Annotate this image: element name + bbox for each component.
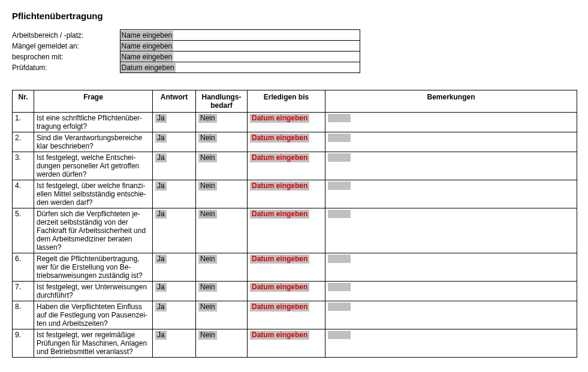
- remark-placeholder[interactable]: [328, 210, 351, 218]
- row-answer-cell: Ja: [153, 301, 196, 329]
- row-action-cell: Nein: [196, 329, 248, 358]
- table-row: 6.Regelt die Pflichtenübertragung, wer f…: [13, 253, 577, 282]
- deadline-placeholder[interactable]: Datum eingeben: [250, 210, 309, 219]
- meta-input-cell[interactable]: Name eingeben: [120, 30, 360, 41]
- row-deadline-cell: Datum eingeben: [248, 253, 325, 282]
- row-deadline-cell: Datum eingeben: [248, 152, 325, 180]
- row-number: 5.: [13, 208, 34, 253]
- answer-no[interactable]: Nein: [198, 182, 217, 190]
- answer-no[interactable]: Nein: [198, 255, 217, 264]
- remark-placeholder[interactable]: [328, 303, 351, 311]
- header-bemerkungen: Bemerkungen: [325, 90, 577, 113]
- row-deadline-cell: Datum eingeben: [248, 113, 325, 132]
- row-action-cell: Nein: [196, 113, 248, 132]
- row-answer-cell: Ja: [153, 132, 196, 152]
- meta-row: besprochen mit:Name eingeben: [12, 52, 360, 62]
- page-title: Pflichtenübertragung: [12, 11, 576, 21]
- answer-yes[interactable]: Ja: [155, 182, 167, 190]
- row-answer-cell: Ja: [153, 180, 196, 208]
- row-number: 3.: [13, 152, 34, 180]
- row-deadline-cell: Datum eingeben: [248, 329, 325, 358]
- row-action-cell: Nein: [196, 282, 248, 301]
- remark-placeholder[interactable]: [328, 114, 351, 122]
- answer-no[interactable]: Nein: [198, 153, 217, 162]
- meta-label: Arbeitsbereich / -platz:: [12, 30, 120, 41]
- row-question: Regelt die Pflichtenübertragung, wer für…: [34, 253, 153, 282]
- meta-label: Prüfdatum:: [12, 62, 120, 73]
- remark-placeholder[interactable]: [328, 283, 351, 291]
- meta-placeholder[interactable]: Name eingeben: [120, 52, 174, 62]
- answer-no[interactable]: Nein: [198, 114, 217, 123]
- row-question: Dürfen sich die Verpflichteten je­derzei…: [34, 208, 153, 253]
- meta-input-cell[interactable]: Datum eingeben: [120, 62, 360, 73]
- meta-placeholder[interactable]: Name eingeben: [120, 41, 174, 51]
- meta-label: besprochen mit:: [12, 52, 120, 62]
- deadline-placeholder[interactable]: Datum eingeben: [250, 303, 309, 311]
- meta-placeholder[interactable]: Datum eingeben: [120, 63, 176, 72]
- row-number: 1.: [13, 113, 34, 132]
- table-row: 7.Ist festgelegt, wer Unterweisungen dur…: [13, 282, 577, 301]
- table-row: 2.Sind die Verantwortungsbereiche klar b…: [13, 132, 577, 152]
- remark-placeholder[interactable]: [328, 182, 351, 190]
- answer-no[interactable]: Nein: [198, 283, 217, 292]
- deadline-placeholder[interactable]: Datum eingeben: [250, 255, 309, 264]
- row-action-cell: Nein: [196, 208, 248, 253]
- deadline-placeholder[interactable]: Datum eingeben: [250, 331, 309, 340]
- header-nr: Nr.: [13, 90, 34, 113]
- answer-yes[interactable]: Ja: [155, 134, 167, 143]
- answer-no[interactable]: Nein: [198, 331, 217, 340]
- row-question: Haben die Verpflichteten Einfluss auf di…: [34, 301, 153, 329]
- row-remarks-cell: [325, 132, 577, 152]
- row-question: Sind die Verantwortungsbereiche klar bes…: [34, 132, 153, 152]
- answer-yes[interactable]: Ja: [155, 283, 167, 292]
- remark-placeholder[interactable]: [328, 255, 351, 263]
- deadline-placeholder[interactable]: Datum eingeben: [250, 153, 309, 162]
- remark-placeholder[interactable]: [328, 153, 351, 162]
- deadline-placeholder[interactable]: Datum eingeben: [250, 182, 309, 190]
- row-remarks-cell: [325, 180, 577, 208]
- row-action-cell: Nein: [196, 152, 248, 180]
- row-remarks-cell: [325, 329, 577, 358]
- meta-row: Prüfdatum:Datum eingeben: [12, 62, 360, 73]
- table-header-row: Nr. Frage Antwort Handlungs- bedarf Erle…: [13, 90, 577, 113]
- row-number: 9.: [13, 329, 34, 358]
- meta-placeholder[interactable]: Name eingeben: [120, 31, 174, 40]
- row-number: 4.: [13, 180, 34, 208]
- answer-no[interactable]: Nein: [198, 134, 217, 143]
- answer-yes[interactable]: Ja: [155, 153, 167, 162]
- row-answer-cell: Ja: [153, 152, 196, 180]
- table-row: 4.Ist festgelegt, über welche finanzi­el…: [13, 180, 577, 208]
- deadline-placeholder[interactable]: Datum eingeben: [250, 283, 309, 292]
- answer-yes[interactable]: Ja: [155, 114, 167, 123]
- row-remarks-cell: [325, 208, 577, 253]
- answer-yes[interactable]: Ja: [155, 210, 167, 219]
- row-answer-cell: Ja: [153, 253, 196, 282]
- row-remarks-cell: [325, 152, 577, 180]
- meta-row: Arbeitsbereich / -platz:Name eingeben: [12, 30, 360, 41]
- row-deadline-cell: Datum eingeben: [248, 208, 325, 253]
- answer-no[interactable]: Nein: [198, 303, 217, 311]
- answer-yes[interactable]: Ja: [155, 331, 167, 340]
- meta-input-cell[interactable]: Name eingeben: [120, 52, 360, 62]
- remark-placeholder[interactable]: [328, 134, 351, 142]
- row-deadline-cell: Datum eingeben: [248, 132, 325, 152]
- row-action-cell: Nein: [196, 301, 248, 329]
- table-row: 1.Ist eine schriftliche Pflichtenüber­tr…: [13, 113, 577, 132]
- row-action-cell: Nein: [196, 253, 248, 282]
- deadline-placeholder[interactable]: Datum eingeben: [250, 114, 309, 123]
- row-question: Ist eine schriftliche Pflichtenüber­trag…: [34, 113, 153, 132]
- answer-yes[interactable]: Ja: [155, 303, 167, 311]
- row-number: 7.: [13, 282, 34, 301]
- row-remarks-cell: [325, 113, 577, 132]
- answer-no[interactable]: Nein: [198, 210, 217, 219]
- meta-table: Arbeitsbereich / -platz:Name eingebenMän…: [12, 29, 360, 73]
- meta-row: Mängel gemeldet an:Name eingeben: [12, 41, 360, 52]
- deadline-placeholder[interactable]: Datum eingeben: [250, 134, 309, 143]
- answer-yes[interactable]: Ja: [155, 255, 167, 264]
- row-question: Ist festgelegt, über welche finanzi­elle…: [34, 180, 153, 208]
- row-remarks-cell: [325, 301, 577, 329]
- remark-placeholder[interactable]: [328, 331, 351, 339]
- row-number: 6.: [13, 253, 34, 282]
- row-answer-cell: Ja: [153, 113, 196, 132]
- meta-input-cell[interactable]: Name eingeben: [120, 41, 360, 52]
